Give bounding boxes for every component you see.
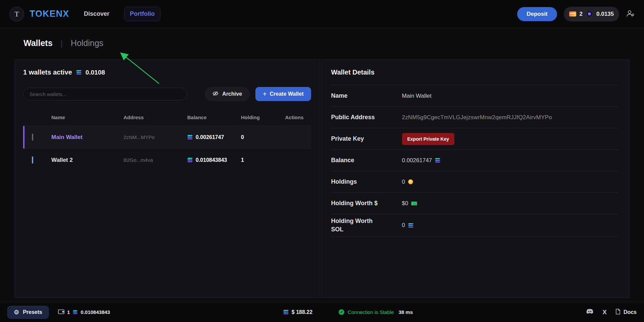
app-logo[interactable]: T [9, 7, 24, 21]
detail-row-holding-worth-sol: Holding Worth SOL 0 [331, 214, 619, 237]
detail-row-name: Name Main Wallet [331, 85, 619, 107]
wallets-table: Name Address Balance Holding Actions Mai… [23, 114, 311, 171]
archive-button[interactable]: Archive [204, 87, 250, 101]
detail-row-balance: Balance 0.00261747 [331, 150, 619, 171]
holding-worth-usd-value: $0 [402, 200, 408, 207]
wallet-holding: 1 [241, 157, 285, 163]
wallet-name[interactable]: Wallet 2 [51, 157, 123, 164]
archive-label: Archive [222, 91, 242, 97]
table-row[interactable]: Wallet 2 B2Go...m4va 0.010843843 1 [23, 148, 311, 171]
x-twitter-icon[interactable]: X [602, 309, 607, 316]
wallets-table-header: Name Address Balance Holding Actions [23, 114, 311, 126]
brand-name: TOKENX [30, 9, 69, 19]
col-balance: Balance [187, 114, 241, 120]
detail-label: Public Address [331, 113, 382, 122]
col-address: Address [123, 114, 187, 120]
discord-icon[interactable] [586, 309, 594, 316]
solana-icon [73, 310, 78, 314]
statusbar-middle: $ 188.22 ✓ Connection is Stable 38 ms [119, 309, 577, 315]
search-input[interactable] [23, 88, 187, 100]
wallet-address: 2zNM...MYPo [123, 134, 187, 140]
account-button[interactable] [626, 10, 635, 18]
wallets-panel: 1 wallets active 0.0108 Archive + Crea [15, 59, 319, 298]
statusbar-wallet-summary[interactable]: 1 0.010843843 [58, 309, 110, 315]
create-wallet-button[interactable]: + Create Wallet [255, 87, 311, 101]
detail-row-holding-worth-usd: Holding Worth $ $0 [331, 193, 619, 214]
row-checkbox[interactable] [32, 134, 33, 141]
status-bar: ⚙ Presets 1 0.010843843 $ 188.22 ✓ Conne… [0, 302, 644, 322]
wallet-balance: 0.010843843 [196, 157, 227, 163]
wallet-icon [58, 309, 64, 315]
presets-button[interactable]: ⚙ Presets [7, 306, 49, 319]
card-icon [569, 11, 576, 16]
pill-sol-amount: 0.0135 [596, 11, 614, 17]
wallet-name[interactable]: Main Wallet [51, 134, 123, 141]
statusbar-wallet-sol: 0.010843843 [81, 309, 110, 315]
detail-label: Holding Worth SOL [331, 217, 382, 234]
latency-value: 38 ms [399, 309, 413, 315]
detail-label: Private Key [331, 135, 382, 143]
docs-link[interactable]: Docs [615, 309, 637, 316]
holding-worth-sol-value: 0 [402, 222, 405, 229]
solana-icon [435, 158, 440, 163]
detail-label: Holdings [331, 178, 382, 186]
col-actions: Actions [285, 114, 311, 120]
solana-icon [408, 223, 413, 228]
pill-count: 2 [580, 11, 583, 17]
gear-icon: ⚙ [14, 309, 19, 315]
balance-pill[interactable]: 2 0.0135 [564, 7, 619, 21]
user-icon [626, 10, 635, 18]
wallet-details-panel: Wallet Details Name Main Wallet Public A… [321, 59, 630, 298]
docs-label: Docs [624, 309, 637, 315]
connection-status: ✓ Connection is Stable 38 ms [339, 309, 413, 315]
balance-value: 0.00261747 [402, 157, 432, 164]
eye-off-icon [212, 91, 218, 97]
detail-row-holdings: Holdings 0 [331, 171, 619, 193]
solana-icon [76, 70, 82, 75]
active-wallets-summary: 1 wallets active 0.0108 [23, 68, 311, 76]
navbar: T TOKENX Discover Portfolio Deposit 2 0.… [0, 0, 644, 28]
details-title: Wallet Details [331, 68, 619, 76]
portfolio-tabs: Wallets | Holdings [23, 38, 644, 48]
cash-icon [411, 201, 417, 205]
tab-wallets[interactable]: Wallets [23, 38, 53, 48]
solana-icon [283, 310, 289, 314]
public-address-value: 2zNM5g9CgecTmVLGJejzswrMnw2qemRJJfQ2Airv… [402, 114, 619, 121]
holdings-value: 0 [402, 179, 405, 185]
create-wallet-label: Create Wallet [270, 91, 304, 97]
wallet-balance: 0.00261747 [196, 134, 224, 140]
row-checkbox[interactable] [32, 156, 33, 164]
statusbar-right: X Docs [586, 309, 637, 316]
detail-label: Balance [331, 156, 382, 165]
logo-letter: T [14, 10, 19, 18]
detail-label: Name [331, 92, 382, 100]
deposit-button[interactable]: Deposit [517, 7, 557, 21]
solana-icon [187, 158, 193, 162]
active-sol-amount: 0.0108 [86, 69, 105, 76]
sol-price-value: $ 188.22 [292, 309, 312, 315]
main-content: 1 wallets active 0.0108 Archive + Crea [15, 59, 629, 298]
check-circle-icon: ✓ [339, 309, 344, 315]
export-private-key-button[interactable]: Export Private Key [402, 133, 455, 145]
col-name: Name [51, 114, 123, 120]
detail-row-private-key: Private Key Export Private Key [331, 128, 619, 150]
statusbar-wallet-count: 1 [67, 309, 70, 315]
document-icon [615, 309, 621, 316]
wallet-holding: 0 [241, 134, 285, 140]
wallet-address: B2Go...m4va [123, 157, 187, 163]
coin-icon [408, 179, 413, 184]
navbar-right: Deposit 2 0.0135 [517, 7, 635, 21]
detail-label: Holding Worth $ [331, 199, 382, 208]
token-coin-icon [586, 10, 593, 17]
sol-price: $ 188.22 [283, 309, 312, 315]
nav-item-discover[interactable]: Discover [82, 7, 111, 21]
nav-item-portfolio[interactable]: Portfolio [124, 7, 160, 21]
detail-value: Main Wallet [402, 93, 619, 99]
tab-separator: | [61, 39, 63, 48]
table-row[interactable]: Main Wallet 2zNM...MYPo 0.00261747 0 [23, 126, 311, 148]
details-rows: Name Main Wallet Public Address 2zNM5g9C… [331, 85, 619, 237]
col-holding: Holding [241, 114, 285, 120]
detail-row-public-address: Public Address 2zNM5g9CgecTmVLGJejzswrMn… [331, 107, 619, 128]
brand-wrap: T TOKENX [9, 7, 69, 21]
tab-holdings[interactable]: Holdings [71, 38, 103, 48]
